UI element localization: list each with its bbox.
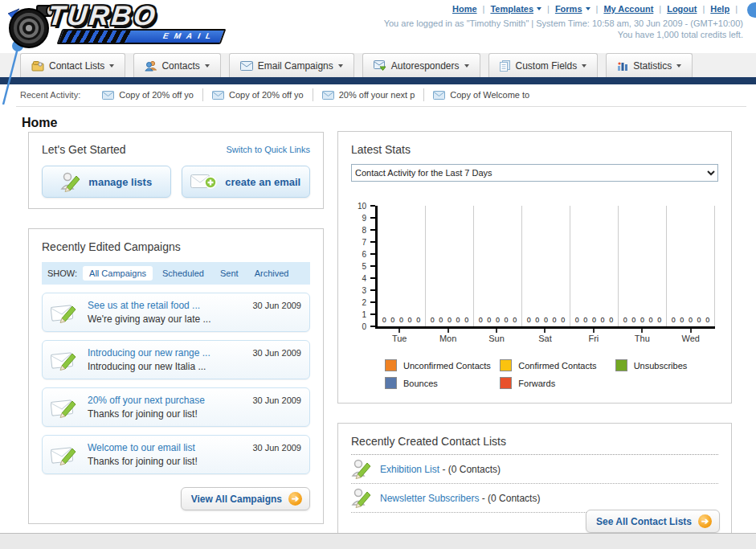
view-all-campaigns-button[interactable]: View All Campaigns ➔ [181, 487, 310, 510]
campaign-filter[interactable]: Archived [248, 266, 296, 281]
recent-activity-item[interactable]: 20% off your next p [313, 88, 424, 101]
legend-swatch [615, 359, 627, 371]
campaign-date: 30 Jun 2009 [252, 395, 301, 405]
envelope-icon [212, 91, 224, 100]
envelope-icon [322, 91, 334, 100]
legend-swatch [500, 377, 512, 389]
chart-day-group: 00000 [619, 206, 667, 326]
chart-day-group: 00000 [378, 206, 426, 326]
chevron-down-icon [586, 7, 590, 10]
legend-item: Confirmed Contacts [500, 359, 615, 371]
x-axis-label: Sat [521, 329, 569, 343]
header-link[interactable]: Home [452, 4, 477, 14]
recent-activity-item[interactable]: Copy of 20% off yo [202, 88, 313, 101]
recently-edited-campaigns-panel: Recently Edited Campaigns SHOW: All Camp… [28, 228, 324, 524]
data-value-label: 0 [609, 316, 613, 324]
login-status-text: You are logged in as "Timothy Smith" | S… [384, 18, 743, 28]
statistics-icon [617, 60, 628, 71]
campaign-subtitle: Introducing our new Italia ... [88, 361, 206, 372]
latest-stats-panel: Latest Stats Contact Activity for the La… [337, 131, 732, 404]
data-value-label: 0 [553, 316, 557, 324]
header-link[interactable]: My Account [603, 4, 653, 14]
tab-autoresponders[interactable]: Autoresponders [362, 53, 480, 77]
x-axis-label: Mon [423, 329, 472, 343]
header-link[interactable]: Logout [667, 4, 697, 14]
y-tick-label: 6 [362, 250, 366, 259]
tab-contact-lists[interactable]: Contact Lists [20, 53, 125, 77]
chevron-down-icon [676, 64, 681, 68]
header-nav-item: Logout [667, 4, 710, 14]
tab-email-campaigns[interactable]: Email Campaigns [229, 53, 354, 77]
contact-activity-chart: 109876543210 000000000000000000000000000… [351, 206, 718, 389]
campaign-title-link[interactable]: 20% off your next purchase [88, 395, 248, 406]
header-nav-item: Templates [490, 4, 554, 14]
logo-title: TURBO [47, 2, 224, 28]
create-email-button[interactable]: create an email [182, 166, 311, 198]
campaign-card[interactable]: Introducing our new range ... Introducin… [42, 340, 310, 379]
campaign-card[interactable]: See us at the retail food ... We're givi… [42, 293, 310, 332]
data-value-label: 0 [390, 316, 394, 324]
contact-list-item[interactable]: Exhibition List - (0 Contacts) [351, 455, 718, 484]
navy-divider-bar [0, 77, 756, 84]
campaign-title-link[interactable]: See us at the retail food ... [88, 300, 248, 311]
tab-statistics[interactable]: Statistics [606, 53, 693, 77]
y-tick-label: 4 [362, 274, 366, 283]
x-axis-label: Thu [618, 329, 666, 343]
get-started-title: Let's Get Started [42, 143, 126, 156]
x-axis-label: Fri [570, 329, 618, 343]
stats-period-select[interactable]: Contact Activity for the Last 7 Days [351, 164, 718, 182]
contact-list-item[interactable]: Newsletter Subscribers - (0 Contacts) [351, 484, 718, 513]
envelope-pencil-icon [51, 348, 80, 372]
campaign-filter[interactable]: Scheduled [156, 266, 210, 281]
campaigns-title: Recently Edited Campaigns [42, 240, 181, 253]
person-pencil-icon [351, 487, 372, 509]
switch-quick-links-link[interactable]: Switch to Quick Links [226, 145, 310, 154]
header-link[interactable]: Forms [555, 4, 590, 14]
manage-lists-button[interactable]: manage lists [42, 166, 171, 198]
contact-list-link[interactable]: Exhibition List [380, 464, 439, 475]
y-tick-mark [370, 229, 375, 231]
campaign-title-link[interactable]: Welcome to our email list [88, 442, 248, 453]
y-tick-mark [370, 217, 375, 219]
get-started-panel: Let's Get Started Switch to Quick Links … [28, 132, 324, 209]
recent-activity-item[interactable]: Copy of Welcome to [423, 88, 538, 101]
chevron-down-icon [338, 64, 343, 68]
data-value-label: 0 [496, 316, 500, 324]
data-value-label: 0 [561, 316, 565, 324]
chevron-down-icon [205, 64, 210, 68]
data-value-label: 0 [705, 316, 709, 324]
data-value-label: 0 [689, 316, 693, 324]
custom-fields-icon [500, 60, 511, 72]
campaign-title-link[interactable]: Introducing our new range ... [88, 347, 248, 358]
data-value-label: 0 [479, 316, 483, 324]
chevron-down-icon [537, 7, 541, 10]
envelope-pencil-icon [51, 301, 80, 325]
tab-custom-fields[interactable]: Custom Fields [488, 53, 599, 77]
email-campaigns-icon [240, 61, 253, 71]
campaign-filter[interactable]: Sent [214, 266, 245, 281]
campaign-card[interactable]: 20% off your next purchase Thanks for jo… [42, 387, 310, 427]
header-link[interactable]: Help [710, 4, 729, 14]
turbo-email-logo: TURBO EMAIL [5, 2, 223, 49]
see-all-contact-lists-button[interactable]: See All Contact Lists ➔ [586, 510, 720, 533]
arrow-right-icon: ➔ [288, 492, 302, 506]
tab-contacts[interactable]: Contacts [133, 53, 220, 77]
data-value-label: 0 [680, 316, 684, 324]
y-tick-mark [370, 326, 375, 327]
data-value-label: 0 [399, 316, 403, 324]
legend-item: Unsubscribes [615, 359, 730, 371]
chart-y-axis: 109876543210 [351, 206, 375, 329]
campaign-card[interactable]: Welcome to our email list Thanks for joi… [42, 435, 310, 474]
contact-list-link[interactable]: Newsletter Subscribers [380, 493, 479, 504]
data-value-label: 0 [640, 316, 644, 324]
legend-label: Unsubscribes [634, 361, 688, 371]
campaign-filter[interactable]: All Campaigns [83, 266, 153, 281]
header-nav-item: Help [710, 4, 743, 14]
recent-activity-item[interactable]: Copy of 20% off yo [93, 88, 202, 101]
data-value-label: 0 [544, 316, 548, 324]
chart-legend: Unconfirmed ContactsConfirmed ContactsUn… [385, 359, 730, 389]
header-link[interactable]: Templates [490, 4, 541, 14]
data-value-label: 0 [575, 316, 579, 324]
chart-plot-area: 00000000000000000000000000000000000 [375, 206, 715, 329]
data-value-label: 0 [487, 316, 491, 324]
